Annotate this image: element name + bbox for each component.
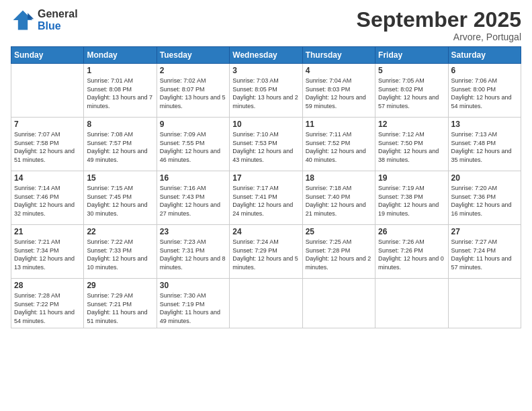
day-number: 17	[232, 173, 299, 183]
calendar-cell: 12Sunrise: 7:12 AMSunset: 7:50 PMDayligh…	[375, 118, 448, 171]
calendar-cell: 6Sunrise: 7:06 AMSunset: 8:00 PMDaylight…	[448, 64, 521, 118]
day-number: 6	[451, 66, 518, 75]
calendar-cell: 19Sunrise: 7:19 AMSunset: 7:38 PMDayligh…	[375, 171, 448, 225]
calendar-cell: 16Sunrise: 7:16 AMSunset: 7:43 PMDayligh…	[157, 171, 229, 225]
calendar-cell: 14Sunrise: 7:14 AMSunset: 7:46 PMDayligh…	[11, 171, 84, 225]
col-friday: Friday	[375, 47, 448, 64]
calendar-cell: 5Sunrise: 7:05 AMSunset: 8:02 PMDaylight…	[375, 64, 448, 118]
calendar-cell	[11, 64, 84, 118]
day-info: Sunrise: 7:15 AMSunset: 7:45 PMDaylight:…	[87, 184, 153, 218]
day-number: 8	[87, 120, 153, 129]
day-info: Sunrise: 7:04 AMSunset: 8:03 PMDaylight:…	[306, 77, 372, 110]
calendar-cell: 28Sunrise: 7:28 AMSunset: 7:22 PMDayligh…	[11, 279, 84, 328]
title-block: September 2025 Arvore, Portugal	[357, 8, 521, 42]
col-monday: Monday	[84, 47, 157, 64]
calendar-page: General Blue September 2025 Arvore, Port…	[0, 0, 532, 411]
day-number: 3	[232, 66, 299, 75]
day-info: Sunrise: 7:23 AMSunset: 7:31 PMDaylight:…	[160, 238, 226, 271]
day-info: Sunrise: 7:25 AMSunset: 7:28 PMDaylight:…	[306, 238, 372, 271]
day-number: 21	[14, 227, 81, 236]
calendar-cell: 22Sunrise: 7:22 AMSunset: 7:33 PMDayligh…	[84, 225, 157, 279]
day-number: 30	[160, 281, 226, 290]
calendar-cell: 21Sunrise: 7:21 AMSunset: 7:34 PMDayligh…	[11, 225, 84, 279]
calendar-cell	[230, 279, 302, 328]
logo: General Blue	[11, 8, 78, 32]
header: General Blue September 2025 Arvore, Port…	[11, 8, 521, 42]
month-title: September 2025	[357, 8, 521, 32]
day-info: Sunrise: 7:09 AMSunset: 7:55 PMDaylight:…	[160, 130, 226, 164]
day-info: Sunrise: 7:02 AMSunset: 8:07 PMDaylight:…	[160, 77, 226, 110]
calendar-cell: 27Sunrise: 7:27 AMSunset: 7:24 PMDayligh…	[448, 225, 521, 279]
calendar-cell: 4Sunrise: 7:04 AMSunset: 8:03 PMDaylight…	[302, 64, 375, 118]
day-number: 20	[451, 173, 518, 183]
calendar-cell	[448, 279, 521, 328]
header-row: Sunday Monday Tuesday Wednesday Thursday…	[11, 47, 521, 64]
day-number: 9	[160, 120, 226, 129]
calendar-cell: 23Sunrise: 7:23 AMSunset: 7:31 PMDayligh…	[157, 225, 229, 279]
day-info: Sunrise: 7:13 AMSunset: 7:48 PMDaylight:…	[451, 130, 518, 164]
col-tuesday: Tuesday	[157, 47, 229, 64]
day-number: 29	[87, 281, 153, 290]
calendar-week-0: 1Sunrise: 7:01 AMSunset: 8:08 PMDaylight…	[11, 64, 521, 118]
calendar-cell: 17Sunrise: 7:17 AMSunset: 7:41 PMDayligh…	[230, 171, 302, 225]
day-info: Sunrise: 7:26 AMSunset: 7:26 PMDaylight:…	[378, 238, 445, 271]
day-number: 15	[87, 173, 153, 183]
calendar-cell: 9Sunrise: 7:09 AMSunset: 7:55 PMDaylight…	[157, 118, 229, 171]
day-number: 27	[451, 227, 518, 236]
day-number: 22	[87, 227, 153, 236]
day-info: Sunrise: 7:20 AMSunset: 7:36 PMDaylight:…	[451, 184, 518, 218]
day-info: Sunrise: 7:19 AMSunset: 7:38 PMDaylight:…	[378, 184, 445, 218]
col-wednesday: Wednesday	[230, 47, 302, 64]
day-info: Sunrise: 7:28 AMSunset: 7:22 PMDaylight:…	[14, 291, 81, 325]
calendar-cell: 13Sunrise: 7:13 AMSunset: 7:48 PMDayligh…	[448, 118, 521, 171]
day-number: 23	[160, 227, 226, 236]
calendar-cell: 26Sunrise: 7:26 AMSunset: 7:26 PMDayligh…	[375, 225, 448, 279]
day-number: 7	[14, 120, 81, 129]
calendar-cell: 7Sunrise: 7:07 AMSunset: 7:58 PMDaylight…	[11, 118, 84, 171]
calendar-cell: 29Sunrise: 7:29 AMSunset: 7:21 PMDayligh…	[84, 279, 157, 328]
day-info: Sunrise: 7:17 AMSunset: 7:41 PMDaylight:…	[232, 184, 299, 218]
day-info: Sunrise: 7:16 AMSunset: 7:43 PMDaylight:…	[160, 184, 226, 218]
calendar-week-4: 28Sunrise: 7:28 AMSunset: 7:22 PMDayligh…	[11, 279, 521, 328]
day-number: 16	[160, 173, 226, 183]
calendar-week-2: 14Sunrise: 7:14 AMSunset: 7:46 PMDayligh…	[11, 171, 521, 225]
day-number: 19	[378, 173, 445, 183]
day-number: 11	[306, 120, 372, 129]
calendar-cell: 18Sunrise: 7:18 AMSunset: 7:40 PMDayligh…	[302, 171, 375, 225]
day-number: 5	[378, 66, 445, 75]
day-number: 2	[160, 66, 226, 75]
calendar-cell: 25Sunrise: 7:25 AMSunset: 7:28 PMDayligh…	[302, 225, 375, 279]
day-info: Sunrise: 7:07 AMSunset: 7:58 PMDaylight:…	[14, 130, 81, 164]
day-info: Sunrise: 7:22 AMSunset: 7:33 PMDaylight:…	[87, 238, 153, 271]
calendar-week-3: 21Sunrise: 7:21 AMSunset: 7:34 PMDayligh…	[11, 225, 521, 279]
day-number: 24	[232, 227, 299, 236]
calendar-cell: 8Sunrise: 7:08 AMSunset: 7:57 PMDaylight…	[84, 118, 157, 171]
day-info: Sunrise: 7:01 AMSunset: 8:08 PMDaylight:…	[87, 77, 153, 110]
calendar-cell: 30Sunrise: 7:30 AMSunset: 7:19 PMDayligh…	[157, 279, 229, 328]
day-info: Sunrise: 7:03 AMSunset: 8:05 PMDaylight:…	[232, 77, 299, 110]
day-info: Sunrise: 7:29 AMSunset: 7:21 PMDaylight:…	[87, 291, 153, 325]
calendar-cell: 2Sunrise: 7:02 AMSunset: 8:07 PMDaylight…	[157, 64, 229, 118]
day-info: Sunrise: 7:06 AMSunset: 8:00 PMDaylight:…	[451, 77, 518, 110]
calendar-body: 1Sunrise: 7:01 AMSunset: 8:08 PMDaylight…	[11, 64, 521, 328]
logo-blue-text: Blue	[38, 20, 78, 32]
day-info: Sunrise: 7:30 AMSunset: 7:19 PMDaylight:…	[160, 291, 226, 325]
calendar-cell	[302, 279, 375, 328]
day-number: 13	[451, 120, 518, 129]
day-info: Sunrise: 7:12 AMSunset: 7:50 PMDaylight:…	[378, 130, 445, 164]
calendar-cell: 1Sunrise: 7:01 AMSunset: 8:08 PMDaylight…	[84, 64, 157, 118]
day-info: Sunrise: 7:11 AMSunset: 7:52 PMDaylight:…	[306, 130, 372, 164]
calendar-cell: 24Sunrise: 7:24 AMSunset: 7:29 PMDayligh…	[230, 225, 302, 279]
day-info: Sunrise: 7:24 AMSunset: 7:29 PMDaylight:…	[232, 238, 299, 271]
day-number: 4	[306, 66, 372, 75]
svg-marker-1	[28, 13, 34, 19]
calendar-header: Sunday Monday Tuesday Wednesday Thursday…	[11, 47, 521, 64]
day-info: Sunrise: 7:08 AMSunset: 7:57 PMDaylight:…	[87, 130, 153, 164]
logo-general-text: General	[38, 8, 78, 20]
calendar-cell	[375, 279, 448, 328]
svg-marker-0	[13, 11, 33, 30]
col-saturday: Saturday	[448, 47, 521, 64]
calendar-cell: 15Sunrise: 7:15 AMSunset: 7:45 PMDayligh…	[84, 171, 157, 225]
calendar-cell: 11Sunrise: 7:11 AMSunset: 7:52 PMDayligh…	[302, 118, 375, 171]
day-number: 25	[306, 227, 372, 236]
